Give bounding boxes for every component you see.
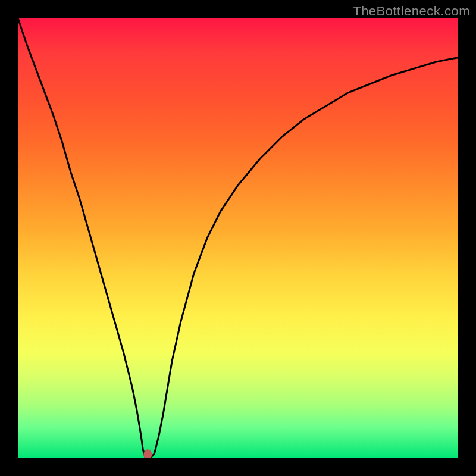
outer-frame: TheBottleneck.com (0, 0, 476, 476)
plot-area (18, 18, 458, 458)
watermark-text: TheBottleneck.com (353, 4, 470, 19)
